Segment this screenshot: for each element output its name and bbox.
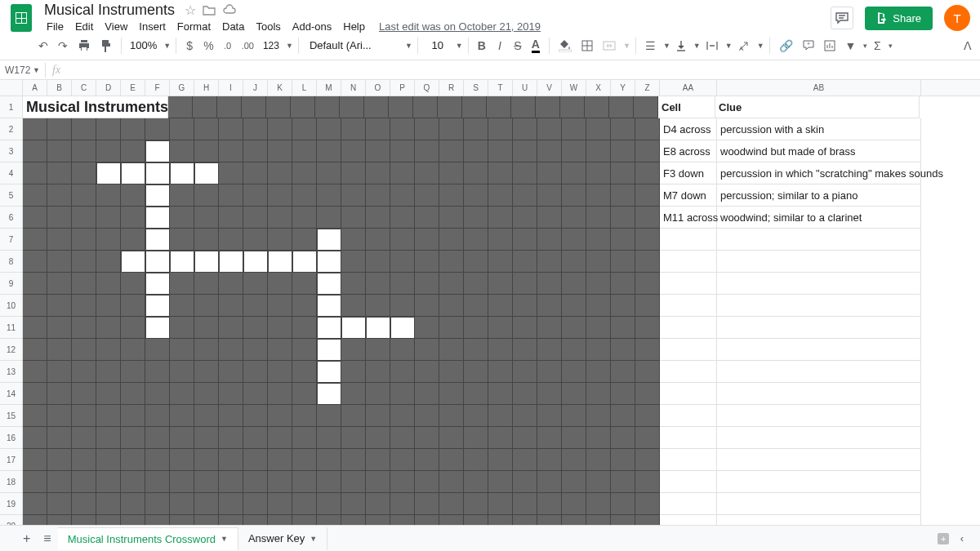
collapse-toolbar-icon[interactable]: ᐱ [964, 39, 972, 52]
undo-button[interactable]: ↶ [34, 36, 52, 56]
print-button[interactable] [74, 37, 95, 55]
valign-button[interactable] [672, 37, 690, 55]
strikethrough-button[interactable]: S [510, 36, 526, 56]
currency-button[interactable]: $ [181, 36, 198, 56]
paint-format-button[interactable] [96, 36, 116, 56]
move-icon[interactable] [203, 4, 216, 16]
star-icon[interactable]: ☆ [185, 2, 196, 18]
font-select[interactable]: Default (Ari... [304, 37, 402, 54]
increase-decimal-button[interactable]: .00 [238, 38, 258, 54]
percent-button[interactable]: % [199, 36, 217, 56]
fx-icon: fx [46, 64, 67, 77]
share-button[interactable]: Share [865, 7, 933, 30]
zoom-select[interactable]: 100% [127, 38, 160, 53]
text-color-button[interactable]: A [528, 34, 544, 56]
link-button[interactable]: 🔗 [775, 36, 797, 56]
chart-button[interactable] [820, 37, 840, 55]
filter-button[interactable]: ▼ [841, 36, 861, 56]
borders-button[interactable] [577, 37, 597, 55]
bold-button[interactable]: B [474, 36, 490, 56]
fill-color-button[interactable] [555, 36, 576, 56]
sheets-logo[interactable] [5, 2, 38, 34]
font-size-select[interactable]: 10 [423, 37, 452, 54]
svg-text:+: + [807, 41, 810, 47]
merge-button[interactable] [599, 38, 620, 54]
doc-title[interactable]: Musical Instruments [41, 1, 178, 20]
svg-rect-0 [559, 50, 572, 52]
account-avatar[interactable]: T [944, 5, 970, 31]
align-button[interactable]: ☰ [641, 36, 660, 56]
wrap-button[interactable] [702, 38, 722, 54]
comment-button[interactable]: + [799, 37, 818, 54]
share-label: Share [893, 12, 921, 24]
name-box[interactable]: W172▼ [0, 63, 46, 78]
cloud-icon[interactable] [222, 4, 237, 16]
more-formats-button[interactable]: 123 [260, 38, 283, 53]
svg-text:A: A [739, 45, 744, 51]
comments-button[interactable] [831, 7, 853, 29]
toolbar: ↶ ↷ 100%▼ $ % .0 .00 123▼ Default (Ari..… [0, 31, 980, 60]
functions-button[interactable]: Σ [869, 36, 885, 56]
formula-input[interactable] [67, 62, 980, 78]
formula-bar: W172▼ fx [0, 60, 980, 80]
decrease-decimal-button[interactable]: .0 [220, 38, 236, 54]
italic-button[interactable]: I [492, 36, 508, 56]
redo-button[interactable]: ↷ [54, 36, 72, 56]
rotate-button[interactable]: A [734, 37, 754, 55]
app-header: Musical Instruments ☆ File Edit View Ins… [0, 0, 980, 31]
